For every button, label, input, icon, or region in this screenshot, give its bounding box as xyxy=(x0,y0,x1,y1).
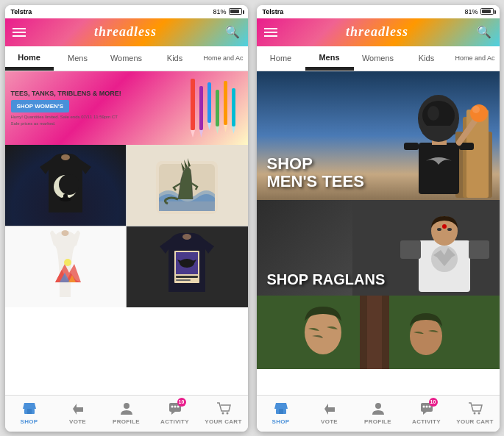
tab-home-1[interactable]: Home xyxy=(5,46,54,71)
vote-icon-1 xyxy=(71,401,85,417)
profile-icon-1 xyxy=(119,401,134,417)
shop-label-1: SHOP xyxy=(21,418,38,425)
bottom-tab-activity-2[interactable]: 10 ACTIVITY xyxy=(402,396,451,432)
svg-rect-4 xyxy=(207,82,211,123)
product-cell-4[interactable] xyxy=(127,226,248,307)
svg-rect-69 xyxy=(279,409,283,414)
main-content-1: TEES, TANKS, TRIBLENS & MORE! SHOP WOMEN… xyxy=(5,71,248,395)
battery-icon-2 xyxy=(480,8,494,15)
svg-point-36 xyxy=(174,406,176,408)
search-icon-2[interactable]: 🔍 xyxy=(477,25,491,39)
tab-kids-2[interactable]: Kids xyxy=(402,46,451,71)
tab-home-2[interactable]: Home xyxy=(257,46,305,71)
main-content-2: SHOP MEN'S TEES xyxy=(257,71,500,395)
svg-rect-8 xyxy=(224,81,227,125)
status-right-2: 81% xyxy=(464,8,493,15)
svg-point-50 xyxy=(427,106,439,121)
svg-point-16 xyxy=(61,154,70,160)
battery-percent-2: 81% xyxy=(464,8,478,15)
svg-point-72 xyxy=(422,406,425,408)
svg-point-60 xyxy=(442,224,447,229)
svg-rect-15 xyxy=(63,194,68,200)
activity-badge-1: 10 xyxy=(177,398,186,407)
tab-womens-1[interactable]: Womens xyxy=(102,46,151,71)
home-banner-1: TEES, TANKS, TRIBLENS & MORE! SHOP WOMEN… xyxy=(5,71,248,145)
status-bar-1: Telstra 81% xyxy=(5,5,248,18)
cart-icon-1 xyxy=(216,401,231,417)
svg-point-38 xyxy=(221,412,224,415)
banner-title-1: TEES, TANKS, TRIBLENS & MORE! xyxy=(11,90,183,98)
bottom-tab-cart-1[interactable]: YOUR CART xyxy=(199,396,248,432)
tab-kids-1[interactable]: Kids xyxy=(151,46,199,71)
shop-label-2: SHOP xyxy=(272,418,290,425)
bottom-tab-vote-1[interactable]: VOTE xyxy=(54,396,102,432)
profile-icon-2 xyxy=(371,401,386,417)
svg-point-66 xyxy=(305,310,341,354)
battery-percent-1: 81% xyxy=(213,8,226,15)
svg-point-53 xyxy=(472,106,480,113)
vote-icon-2 xyxy=(322,401,337,417)
vote-label-2: VOTE xyxy=(321,418,338,425)
raglans-label: SHOP RAGLANS xyxy=(267,271,386,288)
banner-text-1: TEES, TANKS, TRIBLENS & MORE! SHOP WOMEN… xyxy=(11,90,183,126)
svg-point-73 xyxy=(425,406,427,408)
product-cell-1[interactable] xyxy=(5,145,127,226)
menu-icon-2[interactable] xyxy=(264,28,277,37)
svg-point-67 xyxy=(410,317,442,355)
nav-tabs-2: Home Mens Womens Kids Home and Ac xyxy=(257,46,500,71)
svg-point-33 xyxy=(124,403,129,409)
bottom-tab-vote-2[interactable]: VOTE xyxy=(305,396,354,432)
svg-point-23 xyxy=(64,259,71,266)
tab-mens-1[interactable]: Mens xyxy=(54,46,102,71)
tab-homeac-2[interactable]: Home and Ac xyxy=(451,46,500,71)
svg-marker-7 xyxy=(216,126,219,134)
bottom-tab-activity-1[interactable]: 10 ACTIVITY xyxy=(151,396,199,432)
shop-icon-2 xyxy=(274,401,288,417)
svg-rect-43 xyxy=(419,143,459,194)
mens-tees-banner[interactable]: SHOP MEN'S TEES xyxy=(257,71,500,200)
bottom-tab-shop-2[interactable]: SHOP xyxy=(257,396,305,432)
bottom-tab-profile-1[interactable]: PROFILE xyxy=(102,396,151,432)
logo-2: threadless xyxy=(346,24,408,40)
phone-2: Telstra 81% threadless 🔍 Home Mens Women… xyxy=(257,5,500,432)
activity-label-2: ACTIVITY xyxy=(412,418,441,425)
tab-homeac-1[interactable]: Home and Ac xyxy=(199,46,248,71)
svg-rect-44 xyxy=(404,143,419,150)
svg-rect-10 xyxy=(232,88,235,126)
camo-banner[interactable] xyxy=(257,296,500,369)
banner-subtitle-1: Hurry! Quantities limited. Sale ends 07/… xyxy=(11,115,183,119)
bottom-tabs-1: SHOP VOTE PROFILE 10 ACTIVITY YOUR CAR xyxy=(5,395,248,432)
svg-rect-28 xyxy=(176,276,198,278)
tank-svg xyxy=(34,227,96,307)
svg-point-30 xyxy=(182,234,191,240)
svg-point-75 xyxy=(473,412,475,415)
bottom-tab-cart-2[interactable]: YOUR CART xyxy=(451,396,500,432)
menu-icon-1[interactable] xyxy=(13,28,26,37)
svg-point-74 xyxy=(428,406,430,408)
product-cell-2[interactable] xyxy=(127,145,248,226)
status-right-1: 81% xyxy=(213,8,241,15)
bottom-tab-shop-1[interactable]: SHOP xyxy=(5,396,54,432)
svg-marker-9 xyxy=(224,125,227,132)
pillow-svg xyxy=(150,146,224,224)
svg-point-52 xyxy=(470,104,488,122)
svg-point-39 xyxy=(226,412,228,415)
banner-art-1 xyxy=(183,75,242,141)
raglans-banner[interactable]: SHOP RAGLANS xyxy=(257,200,500,296)
svg-rect-56 xyxy=(400,240,421,259)
tab-womens-2[interactable]: Womens xyxy=(354,46,402,71)
product-cell-3[interactable] xyxy=(5,226,127,307)
banner-subtitle2-1: Sale prices as marked. xyxy=(11,121,183,126)
bottom-tab-profile-2[interactable]: PROFILE xyxy=(354,396,402,432)
activity-label-1: ACTIVITY xyxy=(160,418,189,425)
cart-label-1: YOUR CART xyxy=(205,418,241,425)
banner-decoration-1 xyxy=(183,77,242,139)
product-grid-1 xyxy=(5,145,248,307)
search-icon-1[interactable]: 🔍 xyxy=(225,25,240,39)
svg-point-35 xyxy=(171,406,173,408)
svg-rect-32 xyxy=(27,409,32,414)
svg-rect-49 xyxy=(422,126,455,135)
banner-btn-1[interactable]: SHOP WOMEN'S xyxy=(11,100,70,112)
tab-mens-2[interactable]: Mens xyxy=(305,46,354,71)
svg-marker-3 xyxy=(199,130,203,137)
